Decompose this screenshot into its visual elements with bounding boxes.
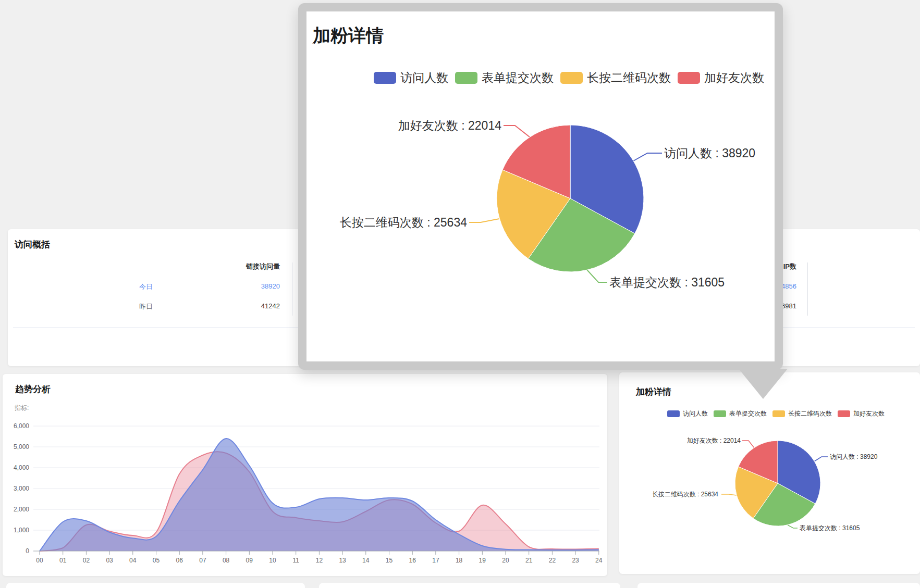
x-tick-label: 08 [223, 557, 230, 564]
fan-details-card: 加粉详情 访问人数表单提交次数长按二维码次数加好友次数 加好友次数 : 2201… [619, 372, 920, 574]
popup-pie-chart [306, 11, 775, 361]
pie-label-qr-longpress: 长按二维码次数 : 25634 [652, 490, 718, 498]
next-section-card [6, 583, 305, 588]
x-tick-label: 12 [316, 557, 323, 564]
pie-label-connector [721, 494, 737, 495]
today-link-visits-value[interactable]: 38920 [176, 282, 280, 290]
pie-label-form-submits: 表单提交次数 : 31605 [609, 275, 725, 290]
x-tick-label: 23 [572, 557, 579, 564]
x-tick-label: 10 [269, 557, 276, 564]
pie-label-connector [469, 219, 499, 222]
y-tick-label: 2,000 [14, 506, 29, 513]
visit-summary-title: 访问概括 [15, 239, 50, 251]
pie-label-visitors: 访问人数 : 38920 [830, 453, 877, 461]
y-tick-label: 5,000 [14, 443, 29, 451]
pie-label-visitors: 访问人数 : 38920 [664, 146, 755, 160]
x-tick-label: 18 [456, 557, 463, 564]
y-tick-label: 0 [26, 547, 29, 555]
pie-label-connector [633, 153, 662, 161]
x-tick-label: 00 [36, 557, 43, 564]
y-tick-label: 1,000 [14, 527, 29, 534]
yesterday-link-visits-value: 41242 [176, 302, 280, 310]
x-tick-label: 19 [479, 557, 486, 564]
column-divider [292, 262, 292, 316]
column-divider [807, 262, 808, 316]
x-tick-label: 05 [153, 557, 160, 564]
pie-label-connector [742, 441, 754, 448]
dashboard-page: 访问概括 链接访问量 IP数 今日 昨日 38920 41242 34856 3… [0, 0, 920, 588]
pie-label-connector [788, 525, 798, 528]
pie-label-qr-longpress: 长按二维码次数 : 25634 [340, 215, 467, 230]
x-tick-label: 17 [432, 557, 439, 564]
next-section-card [319, 583, 620, 588]
x-tick-label: 03 [106, 557, 113, 564]
next-section-card [637, 583, 920, 588]
x-tick-label: 01 [59, 557, 67, 564]
y-tick-label: 4,000 [14, 464, 29, 471]
row-label-yesterday[interactable]: 昨日 [120, 302, 172, 311]
mini-pie-chart [619, 372, 920, 574]
pie-label-form-submits: 表单提交次数 : 31605 [800, 524, 860, 532]
x-tick-label: 06 [176, 557, 183, 564]
x-tick-label: 13 [339, 557, 346, 564]
trend-area-chart: 0001020304050607080910111213141516171819… [0, 374, 607, 577]
popup-pointer-arrow [739, 369, 788, 399]
pie-label-connector [814, 457, 828, 461]
fan-details-zoom-popup: 加粉详情 访问人数表单提交次数长按二维码次数加好友次数 加好友次数 : 2201… [298, 3, 783, 370]
row-label-today[interactable]: 今日 [120, 282, 172, 292]
y-tick-label: 3,000 [14, 485, 29, 492]
pie-label-connector [504, 126, 530, 137]
x-tick-label: 22 [549, 557, 556, 564]
x-tick-label: 15 [386, 557, 393, 564]
pie-label-friend-adds: 加好友次数 : 22014 [398, 118, 501, 133]
column-header-link-visits: 链接访问量 [176, 262, 280, 271]
x-tick-label: 07 [199, 557, 206, 564]
x-tick-label: 11 [292, 557, 299, 564]
y-tick-label: 6,000 [14, 422, 29, 430]
x-tick-label: 02 [83, 557, 90, 564]
pie-label-friend-adds: 加好友次数 : 22014 [687, 436, 741, 445]
x-tick-label: 21 [525, 557, 533, 564]
x-tick-label: 20 [502, 557, 509, 564]
x-tick-label: 04 [129, 557, 137, 564]
x-tick-label: 24 [595, 557, 603, 564]
x-tick-label: 09 [246, 557, 253, 564]
pie-label-connector [587, 270, 607, 282]
x-tick-label: 16 [409, 557, 416, 564]
x-tick-label: 14 [362, 557, 370, 564]
